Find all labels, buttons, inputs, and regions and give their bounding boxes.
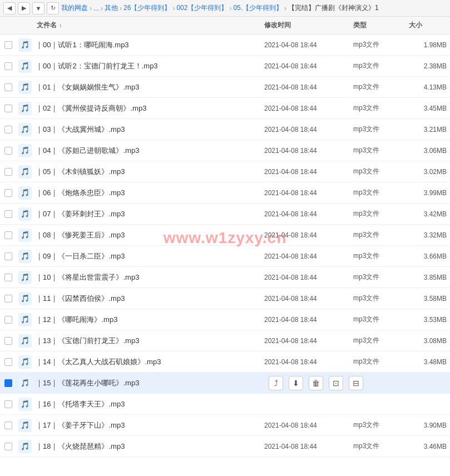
- file-checkbox[interactable]: [4, 337, 12, 345]
- file-name[interactable]: ｜11｜《囚禁西伯侯》.mp3: [33, 294, 261, 304]
- dropdown-button[interactable]: ▼: [32, 2, 44, 14]
- file-checkbox[interactable]: [4, 189, 12, 197]
- file-name[interactable]: ｜15｜《莲花再生小哪吒》.mp3: [33, 378, 261, 388]
- file-date: 2021-04-08 18:44: [261, 147, 350, 155]
- file-name[interactable]: ｜00｜试听1：哪吒闹海.mp3: [33, 40, 261, 50]
- file-checkbox[interactable]: [4, 422, 12, 429]
- col-icon: 🎵: [17, 207, 33, 221]
- table-row[interactable]: 🎵｜08｜《惨死姜王后》.mp32021-04-08 18:44mp3文件3.3…: [0, 225, 450, 246]
- table-row[interactable]: 🎵｜12｜《哪吒闹海》.mp32021-04-08 18:44mp3文件3.53…: [0, 309, 450, 330]
- file-checkbox[interactable]: [4, 400, 12, 408]
- file-checkbox[interactable]: [4, 147, 12, 155]
- file-checkbox[interactable]: [4, 274, 12, 281]
- breadcrumb-item-5[interactable]: 05.【少年得到】: [233, 3, 283, 13]
- breadcrumb-item-0[interactable]: 我的网盘: [61, 3, 88, 13]
- breadcrumb-item-4[interactable]: 002【少年得到】: [176, 3, 228, 13]
- file-toolbar: ⤴⬇🗑⊡⊟: [264, 376, 368, 390]
- file-date: 2021-04-08 18:44: [261, 83, 350, 91]
- table-row[interactable]: 🎵｜18｜《火烧琵琶精》.mp32021-04-08 18:44mp3文件3.4…: [0, 436, 450, 457]
- file-name[interactable]: ｜18｜《火烧琵琶精》.mp3: [33, 442, 261, 452]
- table-row[interactable]: 🎵｜11｜《囚禁西伯侯》.mp32021-04-08 18:44mp3文件3.5…: [0, 288, 450, 309]
- breadcrumb-item-2[interactable]: 其他: [105, 3, 118, 13]
- header-name[interactable]: 文件名 ↑: [33, 21, 261, 30]
- table-row[interactable]: 🎵｜03｜《大战冀州城》.mp32021-04-08 18:44mp3文件3.2…: [0, 119, 450, 140]
- file-checkbox[interactable]: [4, 252, 12, 260]
- file-date: 2021-04-08 18:44: [261, 337, 350, 345]
- table-row[interactable]: 🎵｜13｜《宝德门前打龙王》.mp32021-04-08 18:44mp3文件3…: [0, 330, 450, 351]
- forward-button[interactable]: ▶: [18, 2, 30, 14]
- col-check: [0, 168, 17, 176]
- table-row[interactable]: 🎵｜09｜《一日杀二臣》.mp32021-04-08 18:44mp3文件3.6…: [0, 246, 450, 267]
- table-row[interactable]: 🎵｜00｜试听2：宝德门前打龙王！.mp32021-04-08 18:44mp3…: [0, 56, 450, 77]
- file-name[interactable]: ｜14｜《太乙真人大战石矶娘娘》.mp3: [33, 357, 261, 367]
- share-icon[interactable]: ⤴: [269, 376, 283, 390]
- table-row[interactable]: 🎵｜15｜《莲花再生小哪吒》.mp3⤴⬇🗑⊡⊟: [0, 373, 450, 394]
- file-name[interactable]: ｜16｜《托塔李天王》.mp3: [33, 399, 261, 409]
- file-checkbox[interactable]: [4, 41, 12, 49]
- download-icon[interactable]: ⬇: [289, 376, 303, 390]
- audio-file-icon: 🎵: [18, 144, 32, 157]
- file-name[interactable]: ｜01｜《女娲娲娲恨生气》.mp3: [33, 82, 261, 92]
- file-name[interactable]: ｜12｜《哪吒闹海》.mp3: [33, 315, 261, 325]
- table-row[interactable]: 🎵｜16｜《托塔李天王》.mp3: [0, 394, 450, 415]
- file-checkbox[interactable]: [4, 316, 12, 324]
- file-checkbox[interactable]: [4, 295, 12, 303]
- file-checkbox[interactable]: [4, 126, 12, 133]
- file-checkbox[interactable]: [4, 83, 12, 91]
- file-name[interactable]: ｜07｜《姜环刺封王》.mp3: [33, 209, 261, 219]
- header-type[interactable]: 类型: [350, 21, 406, 30]
- file-size: 3.90MB: [406, 422, 450, 429]
- breadcrumb-item-3[interactable]: 26【少年得到】: [123, 3, 171, 13]
- col-icon: 🎵: [17, 81, 33, 94]
- file-name[interactable]: ｜02｜《冀州侯提诗反商朝》.mp3: [33, 103, 261, 113]
- header-size[interactable]: 大小: [406, 21, 450, 30]
- file-date: 2021-04-08 18:44: [261, 126, 350, 133]
- col-check: [0, 41, 17, 49]
- file-name[interactable]: ｜13｜《宝德门前打龙王》.mp3: [33, 336, 261, 346]
- col-icon: 🎵: [17, 355, 33, 369]
- refresh-button[interactable]: ↻: [47, 2, 59, 14]
- table-row[interactable]: 🎵｜00｜试听1：哪吒闹海.mp32021-04-08 18:44mp3文件1.…: [0, 34, 450, 56]
- file-name[interactable]: ｜09｜《一日杀二臣》.mp3: [33, 251, 261, 261]
- table-row[interactable]: 🎵｜07｜《姜环刺封王》.mp32021-04-08 18:44mp3文件3.4…: [0, 204, 450, 225]
- file-size: 3.85MB: [406, 274, 450, 281]
- file-name[interactable]: ｜00｜试听2：宝德门前打龙王！.mp3: [33, 61, 261, 71]
- col-icon: 🎵: [17, 250, 33, 263]
- file-date: 2021-04-08 18:44: [261, 443, 350, 450]
- file-name[interactable]: ｜04｜《苏妲己进朝歌城》.mp3: [33, 146, 261, 156]
- file-size: 3.99MB: [406, 189, 450, 197]
- breadcrumb-item-1[interactable]: ...: [93, 4, 99, 12]
- file-name[interactable]: ｜08｜《惨死姜王后》.mp3: [33, 230, 261, 240]
- table-row[interactable]: 🎵｜05｜《木剑镇狐妖》.mp32021-04-08 18:44mp3文件3.0…: [0, 161, 450, 182]
- more-icon[interactable]: ⊟: [349, 376, 363, 390]
- delete-icon[interactable]: 🗑: [309, 376, 323, 390]
- table-row[interactable]: 🎵｜17｜《姜子牙下山》.mp32021-04-08 18:44mp3文件3.9…: [0, 415, 450, 436]
- table-row[interactable]: 🎵｜14｜《太乙真人大战石矶娘娘》.mp32021-04-08 18:44mp3…: [0, 351, 450, 373]
- table-row[interactable]: 🎵｜04｜《苏妲己进朝歌城》.mp32021-04-08 18:44mp3文件3…: [0, 140, 450, 161]
- file-checkbox[interactable]: [4, 443, 12, 450]
- file-checkbox[interactable]: [4, 379, 12, 387]
- audio-file-icon: 🎵: [18, 376, 32, 390]
- file-checkbox[interactable]: [4, 358, 12, 366]
- table-row[interactable]: 🎵｜10｜《将星出世雷震子》.mp32021-04-08 18:44mp3文件3…: [0, 267, 450, 288]
- file-checkbox[interactable]: [4, 168, 12, 176]
- table-row[interactable]: 🎵｜06｜《炮烙杀忠臣》.mp32021-04-08 18:44mp3文件3.9…: [0, 182, 450, 204]
- file-name[interactable]: ｜06｜《炮烙杀忠臣》.mp3: [33, 188, 261, 198]
- header-date[interactable]: 修改时间: [261, 21, 350, 30]
- table-row[interactable]: 🎵｜01｜《女娲娲娲恨生气》.mp32021-04-08 18:44mp3文件4…: [0, 77, 450, 98]
- file-checkbox[interactable]: [4, 210, 12, 218]
- file-checkbox[interactable]: [4, 231, 12, 239]
- file-checkbox[interactable]: [4, 105, 12, 112]
- file-name[interactable]: ｜10｜《将星出世雷震子》.mp3: [33, 272, 261, 282]
- file-name[interactable]: ｜17｜《姜子牙下山》.mp3: [33, 420, 261, 430]
- file-checkbox[interactable]: [4, 62, 12, 70]
- table-row[interactable]: 🎵｜02｜《冀州侯提诗反商朝》.mp32021-04-08 18:44mp3文件…: [0, 98, 450, 119]
- audio-file-icon: 🎵: [18, 81, 32, 94]
- file-name[interactable]: ｜03｜《大战冀州城》.mp3: [33, 125, 261, 135]
- file-type: mp3文件: [350, 357, 406, 366]
- audio-file-icon: 🎵: [18, 38, 32, 52]
- move-icon[interactable]: ⊡: [329, 376, 343, 390]
- back-button[interactable]: ◀: [3, 2, 16, 14]
- col-icon: 🎵: [17, 440, 33, 453]
- file-name[interactable]: ｜05｜《木剑镇狐妖》.mp3: [33, 167, 261, 177]
